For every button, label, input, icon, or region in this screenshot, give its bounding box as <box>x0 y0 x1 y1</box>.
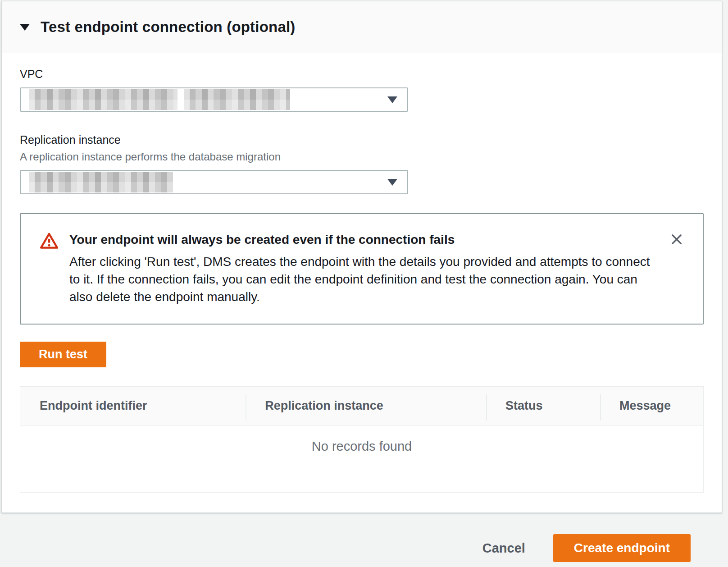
alert-title: Your endpoint will always be created eve… <box>69 231 655 248</box>
replication-instance-selected-value-redacted <box>29 172 173 192</box>
redacted-block <box>184 89 290 110</box>
alert-close-button[interactable] <box>669 231 685 247</box>
alert-body: After clicking 'Run test', DMS creates t… <box>69 253 655 306</box>
table-header-row: Endpoint identifier Replication instance… <box>20 387 703 425</box>
caret-down-icon <box>387 96 397 103</box>
close-icon <box>669 241 684 248</box>
warning-triangle-icon <box>40 232 59 251</box>
vpc-field: VPC <box>20 68 704 112</box>
run-test-button[interactable]: Run test <box>20 342 106 367</box>
column-header-replication-instance: Replication instance <box>246 387 486 425</box>
cancel-button[interactable]: Cancel <box>482 541 525 556</box>
column-header-status: Status <box>486 387 600 425</box>
redacted-block <box>29 172 173 192</box>
test-endpoint-connection-panel: Test endpoint connection (optional) VPC … <box>1 1 722 513</box>
section-header[interactable]: Test endpoint connection (optional) <box>2 1 722 53</box>
footer-action-bar: Cancel Create endpoint <box>0 513 728 567</box>
replication-instance-field: Replication instance A replication insta… <box>20 133 704 194</box>
collapse-triangle-icon <box>20 24 30 31</box>
section-body: VPC Replication instance A replication i… <box>2 53 722 512</box>
caret-down-icon <box>387 179 397 186</box>
table-empty-state: No records found <box>20 425 703 492</box>
alert-content: Your endpoint will always be created eve… <box>69 231 655 306</box>
replication-instance-select[interactable] <box>20 170 408 194</box>
section-title: Test endpoint connection (optional) <box>41 18 296 36</box>
replication-instance-label: Replication instance <box>20 133 704 146</box>
create-endpoint-button[interactable]: Create endpoint <box>553 534 691 562</box>
warning-alert: Your endpoint will always be created eve… <box>20 213 704 325</box>
vpc-selected-value-redacted <box>29 89 290 110</box>
redacted-block <box>29 89 177 110</box>
vpc-label: VPC <box>20 68 704 81</box>
column-header-message: Message <box>600 387 703 425</box>
column-header-endpoint-identifier: Endpoint identifier <box>20 387 246 425</box>
replication-instance-description: A replication instance performs the data… <box>20 151 704 163</box>
connection-test-results-table: Endpoint identifier Replication instance… <box>20 386 704 493</box>
vpc-select[interactable] <box>20 87 408 112</box>
